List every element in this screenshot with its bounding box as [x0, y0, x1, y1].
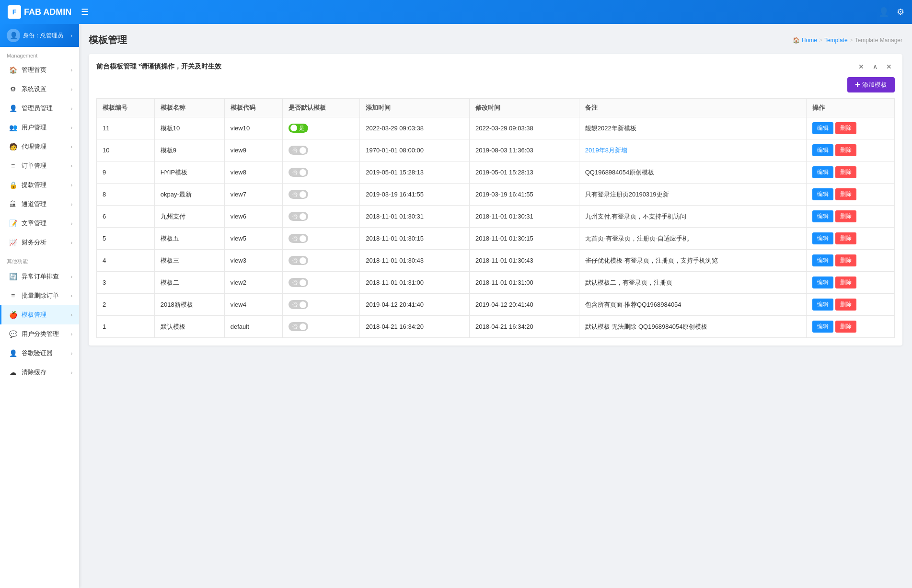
cell-default[interactable]: 否	[282, 294, 360, 316]
toggle-off[interactable]: 否	[289, 278, 308, 287]
sidebar-item-users[interactable]: 👥 用户管理 ›	[0, 118, 79, 137]
toggle-off[interactable]: 否	[289, 168, 308, 177]
cell-mod-time: 2018-11-01 01:30:31	[469, 206, 579, 228]
hamburger-icon[interactable]: ☰	[81, 7, 89, 17]
breadcrumb-template[interactable]: Template	[824, 37, 848, 44]
cell-note: 九州支付,有登录页，不支持手机访问	[579, 206, 807, 228]
toggle-on[interactable]: 是	[289, 124, 308, 133]
toggle-off[interactable]: 否	[289, 256, 308, 265]
sidebar-item-admin[interactable]: 👤 管理员管理 ›	[0, 99, 79, 118]
sidebar-item-finance[interactable]: 📈 财务分析 ›	[0, 233, 79, 252]
channels-icon: 🏛	[8, 199, 18, 209]
logo-icon: F	[8, 5, 21, 19]
role-label: 身份：总管理员	[23, 32, 63, 40]
toggle-off[interactable]: 否	[289, 212, 308, 221]
edit-button[interactable]: 编辑	[812, 188, 833, 200]
cell-note: 默认模板 无法删除 QQ1968984054原创模板	[579, 316, 807, 338]
sidebar-content-label: 文章管理	[22, 219, 71, 228]
template-icon: 🍎	[8, 310, 18, 320]
sidebar-settings-label: 系统设置	[22, 85, 71, 93]
delete-button[interactable]: 删除	[835, 188, 856, 200]
sidebar-item-agents[interactable]: 🧑 代理管理 ›	[0, 137, 79, 156]
chevron-right: ›	[71, 202, 72, 207]
edit-button[interactable]: 编辑	[812, 277, 833, 288]
edit-button[interactable]: 编辑	[812, 144, 833, 156]
cell-name: 模板10	[154, 117, 224, 139]
toggle-off[interactable]: 否	[289, 322, 308, 331]
delete-button[interactable]: 删除	[835, 232, 856, 244]
edit-button[interactable]: 编辑	[812, 321, 833, 333]
cell-default[interactable]: 否	[282, 228, 360, 250]
toggle-off[interactable]: 否	[289, 300, 308, 309]
role-chevron: ›	[70, 33, 72, 38]
table-row: 10模板9view9否1970-01-01 08:00:002019-08-03…	[97, 139, 895, 161]
sidebar-item-home[interactable]: 🏠 管理首页 ›	[0, 60, 79, 80]
cell-add-time: 1970-01-01 08:00:00	[360, 139, 470, 161]
edit-button[interactable]: 编辑	[812, 210, 833, 222]
edit-button[interactable]: 编辑	[812, 254, 833, 266]
sidebar-item-channels[interactable]: 🏛 通道管理 ›	[0, 195, 79, 214]
sidebar-admin-label: 管理员管理	[22, 104, 71, 113]
cell-note: 只有登录注册页20190319更新	[579, 184, 807, 206]
delete-button[interactable]: 删除	[835, 321, 856, 333]
edit-button[interactable]: 编辑	[812, 166, 833, 178]
sidebar-role: 👤 身份：总管理员 ›	[0, 24, 79, 47]
card-collapse-btn[interactable]: ∧	[870, 62, 880, 71]
cell-note: 雀仔优化模板-有登录页，注册页，支持手机浏览	[579, 250, 807, 272]
sidebar-item-content[interactable]: 📝 文章管理 ›	[0, 214, 79, 233]
delete-button[interactable]: 删除	[835, 122, 856, 134]
user-icon[interactable]: 👤	[878, 7, 889, 17]
cell-default[interactable]: 否	[282, 250, 360, 272]
cell-default[interactable]: 是	[282, 117, 360, 139]
toggle-off[interactable]: 否	[289, 234, 308, 243]
cell-default[interactable]: 否	[282, 139, 360, 161]
cell-code: view9	[224, 139, 282, 161]
card-expand-btn[interactable]: ✕	[883, 62, 895, 71]
settings-icon[interactable]: ⚙	[897, 7, 904, 17]
sidebar-item-clear-cache[interactable]: ☁ 清除缓存 ›	[0, 363, 79, 382]
cell-add-time: 2018-11-01 01:30:43	[360, 250, 470, 272]
finance-icon: 📈	[8, 238, 18, 247]
edit-button[interactable]: 编辑	[812, 232, 833, 244]
card-close-btn[interactable]: ✕	[855, 62, 867, 71]
sidebar-item-google-verify[interactable]: 👤 谷歌验证器 ›	[0, 344, 79, 363]
sidebar-item-settings[interactable]: ⚙ 系统设置 ›	[0, 80, 79, 99]
add-template-button[interactable]: ✚ 添加模板	[847, 77, 895, 92]
chevron-right: ›	[71, 221, 72, 226]
sidebar-item-withdraw[interactable]: 🔒 提款管理 ›	[0, 175, 79, 195]
sidebar-item-user-category[interactable]: 💬 用户分类管理 ›	[0, 324, 79, 344]
sidebar-item-batch-delete[interactable]: ≡ 批量删除订单 ›	[0, 286, 79, 305]
cell-default[interactable]: 否	[282, 184, 360, 206]
cell-id: 5	[97, 228, 155, 250]
cell-add-time: 2019-03-19 16:41:55	[360, 184, 470, 206]
toggle-off[interactable]: 否	[289, 190, 308, 199]
cell-code: view2	[224, 272, 282, 294]
cell-default[interactable]: 否	[282, 272, 360, 294]
sidebar-item-abnormal[interactable]: 🔄 异常订单排查 ›	[0, 267, 79, 286]
sidebar-item-template[interactable]: 🍎 模板管理 ›	[0, 305, 79, 324]
delete-button[interactable]: 删除	[835, 277, 856, 288]
chevron-right: ›	[71, 87, 72, 92]
chevron-right: ›	[71, 163, 72, 169]
cell-default[interactable]: 否	[282, 316, 360, 338]
cell-default[interactable]: 否	[282, 161, 360, 184]
sidebar-clear-cache-label: 清除缓存	[22, 368, 71, 377]
delete-button[interactable]: 删除	[835, 299, 856, 311]
sidebar-item-orders[interactable]: ≡ 订单管理 ›	[0, 156, 79, 175]
table-row: 9HYIP模板view8否2019-05-01 15:28:132019-05-…	[97, 161, 895, 184]
delete-button[interactable]: 删除	[835, 210, 856, 222]
cell-mod-time: 2022-03-29 09:03:38	[469, 117, 579, 139]
cell-default[interactable]: 否	[282, 206, 360, 228]
delete-button[interactable]: 删除	[835, 254, 856, 266]
sidebar-template-label: 模板管理	[22, 311, 71, 319]
edit-button[interactable]: 编辑	[812, 299, 833, 311]
cell-id: 11	[97, 117, 155, 139]
edit-button[interactable]: 编辑	[812, 122, 833, 134]
chevron-right: ›	[71, 370, 72, 375]
breadcrumb-home[interactable]: Home	[802, 37, 817, 44]
delete-button[interactable]: 删除	[835, 166, 856, 178]
cell-id: 9	[97, 161, 155, 184]
delete-button[interactable]: 删除	[835, 144, 856, 156]
toggle-off[interactable]: 否	[289, 146, 308, 155]
cell-action: 编辑删除	[807, 184, 895, 206]
